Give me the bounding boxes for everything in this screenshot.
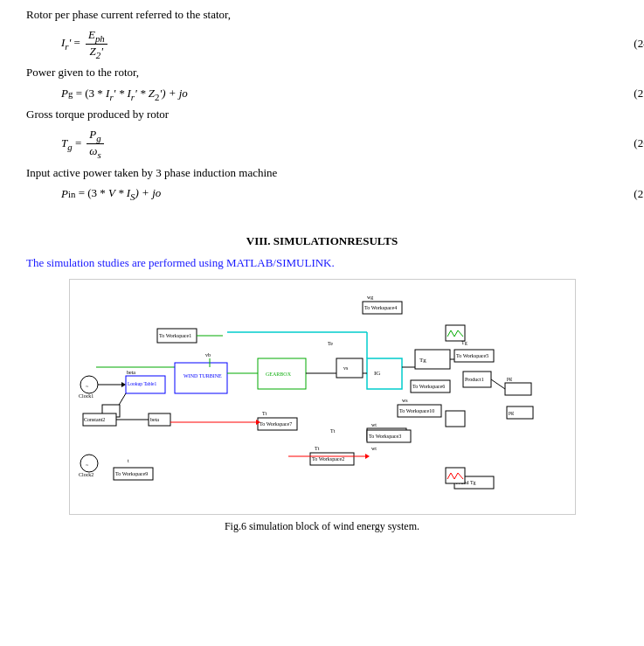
svg-text:Tg: Tg [419, 357, 426, 364]
svg-text:WIND TURBINE: WIND TURBINE [184, 373, 222, 379]
svg-marker-70 [365, 454, 370, 459]
svg-text:wt: wt [371, 422, 377, 427]
equation-24-block: Ir' = Eph Z2' (24) [61, 28, 644, 59]
svg-point-2 [80, 376, 98, 393]
svg-text:Tg: Tg [461, 340, 467, 345]
svg-text:vb: vb [205, 352, 211, 358]
equation-26-formula: Tg = Pg ωs [61, 128, 106, 159]
eq26-lhs: Tg = [61, 136, 81, 152]
svg-text:IG: IG [374, 370, 380, 377]
eq26-fraction: Pg ωs [87, 128, 103, 159]
simulation-diagram: ~ Clock1 Lookup Table1 WIND TURBINE beta… [69, 279, 576, 515]
svg-text:Lookup Table1: Lookup Table1 [128, 381, 157, 386]
para2-text: Power given to the rotor, [26, 65, 618, 80]
svg-text:vs: vs [343, 365, 349, 371]
eq27-text: P [61, 187, 68, 201]
svg-text:beta: beta [127, 370, 135, 375]
svg-text:pg: pg [507, 376, 512, 381]
svg-text:To Workspace3: To Workspace3 [369, 434, 401, 439]
equation-25-formula: Pg = (3 * Ir' * Ir' * Z2') + jo [61, 87, 188, 102]
svg-text:wg: wg [367, 295, 373, 300]
svg-text:To Workspace10: To Workspace10 [399, 408, 434, 413]
svg-text:pg: pg [509, 410, 514, 415]
svg-text:To Workspace9: To Workspace9 [115, 471, 148, 476]
sim-intro-line: The simulation studies are performed usi… [26, 255, 618, 271]
svg-point-56 [80, 455, 98, 472]
svg-line-75 [491, 379, 505, 389]
svg-rect-87 [446, 411, 465, 427]
svg-text:Te: Te [328, 341, 333, 346]
eq26-number: (26) [634, 136, 644, 150]
svg-text:Product1: Product1 [465, 377, 484, 382]
section-heading: VIII. SIMULATIONRESULTS [26, 234, 618, 248]
svg-text:To Workspace7: To Workspace7 [260, 421, 292, 427]
para3-text: Gross torque produced by rotor [26, 107, 618, 122]
svg-rect-62 [336, 358, 363, 378]
svg-text:beta: beta [150, 417, 159, 422]
svg-rect-82 [446, 325, 465, 341]
svg-text:To Workspace4: To Workspace4 [364, 305, 397, 310]
svg-text:~: ~ [86, 384, 89, 389]
svg-text:Tt: Tt [330, 428, 336, 434]
svg-text:wt: wt [371, 446, 377, 451]
eq25-text: P [61, 87, 68, 101]
svg-text:GEARBOX: GEARBOX [266, 372, 292, 377]
svg-text:To Workspace1: To Workspace1 [159, 333, 191, 338]
simulation-diagram-container: ~ Clock1 Lookup Table1 WIND TURBINE beta… [26, 279, 618, 515]
eq24-lhs: Ir' = [61, 36, 80, 52]
fig-caption: Fig.6 simulation block of wind energy sy… [26, 520, 618, 533]
svg-text:To Workspace6: To Workspace6 [412, 384, 445, 389]
svg-rect-34 [367, 358, 402, 389]
equation-26-block: Tg = Pg ωs (26) [61, 128, 644, 159]
svg-rect-88 [446, 468, 465, 483]
para1-text: Rotor per phase current referred to the … [26, 7, 618, 23]
eq24-number: (24) [634, 37, 644, 51]
equation-27-formula: Pin = (3 * V * IS) + jo [61, 186, 161, 202]
equation-25-block: Pg = (3 * Ir' * Ir' * Z2') + jo (25) [61, 87, 644, 102]
sim-intro-text: The simulation studies are performed usi… [26, 256, 226, 269]
sim-matlab-text: MATLAB/SIMULINK [226, 256, 332, 269]
svg-text:Clock2: Clock2 [79, 472, 93, 477]
eq27-number: (27) [634, 187, 644, 201]
equation-27-block: Pin = (3 * V * IS) + jo (27) [61, 186, 644, 202]
svg-text:To Workspace5: To Workspace5 [456, 353, 488, 358]
equation-24-formula: Ir' = Eph Z2' [61, 28, 109, 59]
svg-text:~: ~ [86, 462, 89, 468]
sim-intro-end: . [332, 256, 335, 269]
eq24-fraction: Eph Z2' [86, 28, 107, 59]
simulink-svg: ~ Clock1 Lookup Table1 WIND TURBINE beta… [70, 280, 576, 515]
svg-text:Constant2: Constant2 [84, 417, 105, 422]
svg-text:Tt: Tt [315, 446, 320, 451]
svg-marker-6 [121, 382, 126, 387]
svg-text:To Workspace2: To Workspace2 [312, 456, 344, 462]
svg-text:Tt: Tt [262, 411, 267, 416]
svg-text:ws: ws [402, 398, 408, 403]
svg-text:Clock1: Clock1 [79, 393, 93, 399]
svg-rect-45 [505, 383, 531, 395]
svg-text:t: t [128, 458, 129, 463]
para4-text: Input active power taken by 3 phase indu… [26, 165, 618, 181]
eq25-number: (25) [634, 87, 644, 101]
